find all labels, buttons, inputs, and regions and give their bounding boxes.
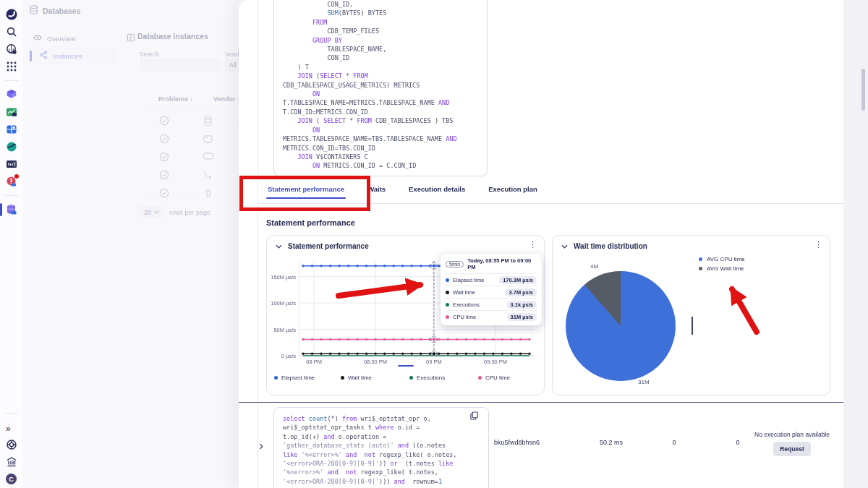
academy-icon[interactable] <box>6 456 17 468</box>
tooltip-row: Wait time3.7M µs/s <box>446 286 537 298</box>
extensions-app-icon[interactable] <box>6 158 17 170</box>
text-cursor <box>692 317 693 335</box>
panel-divider <box>258 0 258 488</box>
card-title: Wait time distribution <box>574 242 647 250</box>
plan-status-text: No execution plan available <box>745 431 839 438</box>
search-label: Search <box>140 51 159 58</box>
vendor-label: Vendor <box>225 51 239 58</box>
copy-icon[interactable] <box>470 410 478 423</box>
vendor-select[interactable] <box>225 59 239 72</box>
search-input[interactable] <box>140 59 221 72</box>
notebooks-app-icon[interactable] <box>6 106 17 118</box>
series-value: 3.1k µs/s <box>507 301 537 309</box>
table-row[interactable] <box>140 108 239 127</box>
duration-value: 50.2 ms <box>586 439 637 446</box>
sql-statement-code-block: select count(*) from wri$_optstat_opr o,… <box>273 407 489 488</box>
rows-per-page-select[interactable]: 20 <box>140 206 163 218</box>
column-problems[interactable]: Problems ↓ <box>158 95 193 103</box>
tab-execution-details[interactable]: Execution details <box>407 182 467 200</box>
sidebar-item-label: Overview <box>47 35 76 43</box>
statement-detail-panel: CON_ID, SUM(BYTES) BYTES FROM CDB_TEMP_F… <box>239 0 843 488</box>
legend-item[interactable]: AVG CPU time <box>699 256 745 262</box>
hierarchy-icon <box>39 51 48 61</box>
sql-id: bku5fwd8bhsn6 <box>494 439 540 446</box>
copilot-icon[interactable] <box>6 43 17 55</box>
sql-query-text: CON_ID, SUM(BYTES) BYTES FROM CDB_TEMP_F… <box>274 0 487 176</box>
sql-query-code-block: CON_ID, SUM(BYTES) BYTES FROM CDB_TEMP_F… <box>273 0 488 176</box>
x-axis-tick: 09 PM <box>426 359 442 365</box>
dashboards-app-icon[interactable] <box>6 124 17 135</box>
clouds-app-icon[interactable] <box>6 141 17 153</box>
legend-item[interactable]: Elapsed time <box>274 374 315 381</box>
series-value: 3.7M µs/s <box>505 288 537 296</box>
pie-chart[interactable] <box>566 271 676 381</box>
active-indicator <box>30 51 32 61</box>
databases-side-panel: Databases Overview Instances Database in… <box>23 0 239 488</box>
database-instances-panel: Database instances Search Vendor Problem… <box>127 29 239 463</box>
table-row[interactable] <box>140 127 239 145</box>
kebab-menu-icon[interactable]: ⋮ <box>814 240 822 249</box>
problems-app-icon[interactable] <box>6 176 17 187</box>
app-title: Databases <box>43 7 81 15</box>
expand-rail-icon[interactable]: » <box>6 421 17 433</box>
rail-divider <box>5 413 18 414</box>
sort-desc-icon: ↓ <box>190 95 194 103</box>
y-axis-tick: 50M µs/s <box>268 327 296 333</box>
sql-statement-text: select count(*) from wri$_optstat_opr o,… <box>274 408 488 488</box>
collapse-chevron-icon[interactable] <box>276 242 282 250</box>
y-axis-tick: 0 µs/s <box>268 353 296 359</box>
legend-dot <box>409 376 413 380</box>
apps-grid-icon[interactable] <box>6 61 17 72</box>
pie-slice-label: 31M <box>638 379 650 385</box>
tab-statement-performance[interactable]: Statement performance <box>266 182 346 200</box>
pie-slice-label: 4M <box>590 263 598 270</box>
tooltip-time-range: Today, 08:55 PM to 09:00 PM <box>467 257 537 270</box>
help-icon[interactable] <box>6 439 17 450</box>
sidebar-item-overview[interactable]: Overview <box>33 33 76 43</box>
search-icon[interactable] <box>6 26 17 38</box>
legend-item[interactable]: Executions <box>409 374 445 381</box>
x-axis-tick: 08:30 PM <box>364 359 387 365</box>
y-axis-tick: 150M µs/s <box>268 274 296 281</box>
column-vendor[interactable]: Vendor ↕ <box>213 95 239 103</box>
tab-divider <box>258 203 843 204</box>
screen: »C Databases Overview Instances Database… <box>0 0 868 488</box>
sidebar-item-label: Instances <box>53 52 82 60</box>
zoom-range-indicator[interactable] <box>398 365 414 367</box>
executions-value: 0 <box>670 439 678 446</box>
collapse-chevron-icon[interactable] <box>561 242 568 250</box>
scrollbar-thumb[interactable] <box>861 69 865 111</box>
databases-app-icon[interactable] <box>6 204 17 215</box>
section-divider <box>239 402 843 403</box>
statement-performance-card: Statement performance ⋮ 0 µs/s50M µs/s10… <box>266 235 545 395</box>
tooltip-row: CPU time31M µs/s <box>446 310 537 322</box>
user-avatar[interactable]: C <box>6 474 17 485</box>
sidebar-item-instances[interactable]: Instances <box>31 48 115 64</box>
kebab-menu-icon[interactable]: ⋮ <box>529 240 537 249</box>
legend-dot <box>699 257 702 261</box>
legend-item[interactable]: Wait time <box>341 374 372 381</box>
legend-dot <box>478 376 482 380</box>
legend-dot <box>341 376 344 380</box>
interval-chip: 5min <box>446 261 464 267</box>
pagination: 20 rows per page <box>140 206 210 218</box>
request-plan-button[interactable]: Request <box>773 442 811 456</box>
dynatrace-logo[interactable] <box>6 9 17 20</box>
table-row[interactable] <box>140 145 239 163</box>
table-row[interactable] <box>140 181 239 199</box>
scrollbar-gutter <box>843 0 868 488</box>
legend-dot <box>699 267 702 270</box>
legend-item[interactable]: AVG Wait time <box>699 265 744 272</box>
tooltip-row: Executions3.1k µs/s <box>446 298 537 310</box>
app-header: Databases <box>29 5 81 16</box>
kubernetes-app-icon[interactable] <box>6 89 17 100</box>
expand-row-chevron-icon[interactable] <box>259 440 263 453</box>
table-row[interactable] <box>140 163 239 181</box>
legend-item[interactable]: CPU time <box>478 374 510 381</box>
tab-execution-plan[interactable]: Execution plan <box>487 182 539 200</box>
rows-per-page-label: rows per page <box>169 209 210 216</box>
panel-title: Database instances <box>137 32 208 40</box>
chart-tooltip: 5min Today, 08:55 PM to 09:00 PM Elapsed… <box>441 254 542 325</box>
tab-waits[interactable]: Waits <box>366 182 387 200</box>
tab-bar: Statement performanceWaitsExecution deta… <box>266 182 539 203</box>
